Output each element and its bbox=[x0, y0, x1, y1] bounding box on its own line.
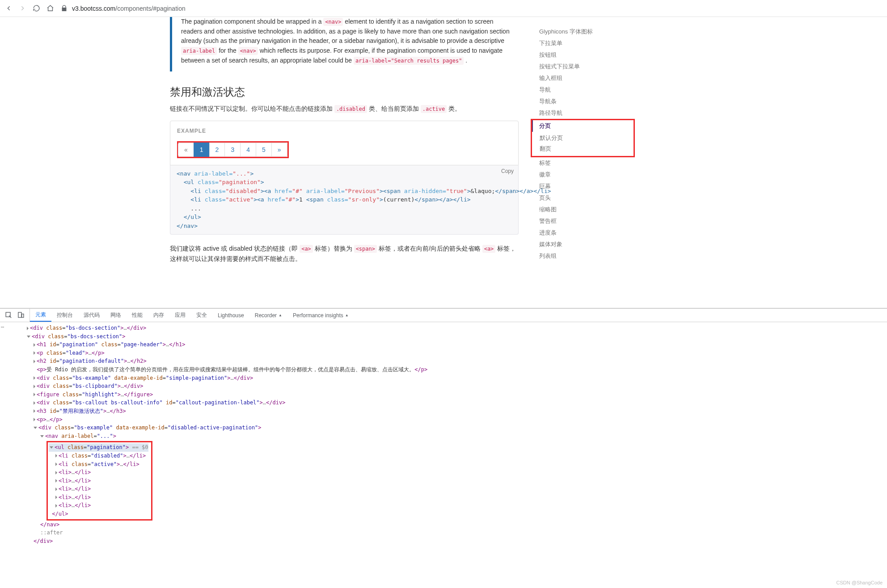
svg-rect-1 bbox=[18, 312, 21, 317]
browser-toolbar: v3.bootcss.com/components/#pagination bbox=[0, 0, 887, 17]
address-bar[interactable]: v3.bootcss.com/components/#pagination bbox=[60, 4, 883, 13]
sidenav-item[interactable]: 按钮式下拉菜单 bbox=[532, 61, 635, 72]
sidenav-item[interactable]: Glyphicons 字体图标 bbox=[532, 26, 635, 38]
devtools-tab[interactable]: 源代码 bbox=[78, 309, 105, 322]
home-icon[interactable] bbox=[46, 4, 55, 13]
code-nav: <nav> bbox=[323, 18, 343, 26]
page-link[interactable]: 3 bbox=[224, 143, 241, 157]
devtools-tab[interactable]: 控制台 bbox=[51, 309, 78, 322]
dom-highlight: <ul class="pagination"> == $0 <li class=… bbox=[46, 441, 152, 520]
overflow-dots: ⋯ bbox=[1, 324, 4, 330]
url-host: v3.bootcss.com bbox=[72, 5, 115, 12]
devtools-tab[interactable]: Recorder ▲ bbox=[249, 309, 287, 322]
page-item: 4 bbox=[241, 143, 256, 157]
sidenav-item[interactable]: 媒体对象 bbox=[532, 239, 635, 250]
selected-node: <ul class="pagination"> == $0 bbox=[49, 443, 148, 452]
devtools-tabs: 元素控制台源代码网络性能内存应用安全LighthouseRecorder ▲Pe… bbox=[0, 309, 887, 322]
sidenav-item[interactable]: 下拉菜单 bbox=[532, 38, 635, 49]
page-link[interactable]: » bbox=[271, 143, 287, 157]
sidenav-subitem[interactable]: 翻页 bbox=[539, 143, 616, 154]
code-block: Copy <nav aria-label="..."> <ul class="p… bbox=[170, 165, 519, 235]
sidenav-item[interactable]: 按钮组 bbox=[532, 49, 635, 61]
page-item: 1 bbox=[194, 143, 210, 157]
section-body: 链接在不同情况下可以定制。你可以给不能点击的链接添加 .disabled 类、给… bbox=[170, 104, 519, 113]
page-item: 3 bbox=[225, 143, 241, 157]
sidenav-item[interactable]: 进度条 bbox=[532, 227, 635, 239]
devtools: 元素控制台源代码网络性能内存应用安全LighthouseRecorder ▲Pe… bbox=[0, 308, 887, 550]
sidenav-item[interactable]: 列表组 bbox=[532, 250, 635, 262]
highlight-box: «12345» bbox=[177, 141, 289, 158]
sidenav-item[interactable]: 导航 bbox=[532, 84, 635, 96]
devtools-tab[interactable]: 网络 bbox=[105, 309, 127, 322]
section-heading: 禁用和激活状态 bbox=[170, 85, 519, 99]
sidenav-item[interactable]: 输入框组 bbox=[532, 72, 635, 84]
sidenav-item[interactable]: 路径导航 bbox=[532, 107, 635, 119]
forward-icon[interactable] bbox=[18, 4, 27, 13]
devtools-tab[interactable]: 性能 bbox=[127, 309, 148, 322]
back-icon[interactable] bbox=[4, 4, 13, 13]
sidenav-item[interactable]: 警告框 bbox=[532, 215, 635, 227]
example-label: EXAMPLE bbox=[177, 128, 206, 134]
page-link[interactable]: 1 bbox=[194, 143, 210, 157]
sidenav-item[interactable]: 徽章 bbox=[532, 169, 635, 181]
devtools-tab[interactable]: 内存 bbox=[148, 309, 169, 322]
page-item: 5 bbox=[256, 143, 272, 157]
device-icon[interactable] bbox=[17, 311, 25, 319]
inspect-icon[interactable] bbox=[4, 311, 13, 319]
side-nav: Glyphicons 字体图标下拉菜单按钮组按钮式下拉菜单输入框组导航导航条路径… bbox=[532, 26, 635, 262]
devtools-tab[interactable]: Lighthouse bbox=[212, 309, 249, 322]
url-path: /components/#pagination bbox=[115, 5, 185, 12]
callout-info: The pagination component should be wrapp… bbox=[170, 17, 519, 71]
page-link[interactable]: « bbox=[178, 143, 194, 157]
lock-icon bbox=[60, 4, 68, 13]
page-item: » bbox=[272, 143, 287, 157]
sidenav-item-active[interactable]: 分页 bbox=[532, 120, 616, 132]
devtools-tab[interactable]: 安全 bbox=[191, 309, 212, 322]
dom-tree[interactable]: ⋯ <div class="bs-docs-section">…</div> <… bbox=[0, 322, 887, 550]
page-link[interactable]: 2 bbox=[209, 143, 225, 157]
reload-icon[interactable] bbox=[32, 4, 41, 13]
copy-button[interactable]: Copy bbox=[501, 168, 514, 174]
after-paragraph: 我们建议将 active 或 disabled 状态的链接（即 <a> 标签）替… bbox=[170, 244, 519, 264]
page-link[interactable]: 5 bbox=[256, 143, 272, 157]
devtools-tab[interactable]: 应用 bbox=[169, 309, 191, 322]
devtools-tab[interactable]: Performance insights ▲ bbox=[287, 309, 354, 322]
example-box: EXAMPLE «12345» bbox=[170, 121, 519, 165]
pagination: «12345» bbox=[178, 143, 287, 157]
sidenav-item[interactable]: 缩略图 bbox=[532, 204, 635, 215]
page-item: 2 bbox=[210, 143, 225, 157]
code-aria-label: aria-label bbox=[181, 47, 217, 55]
sidenav-item[interactable]: 导航条 bbox=[532, 96, 635, 107]
code-aria-example: aria-label="Search results pages" bbox=[354, 57, 464, 65]
svg-rect-2 bbox=[22, 314, 24, 318]
sidenav-subitem[interactable]: 默认分页 bbox=[539, 133, 616, 143]
devtools-tab[interactable]: 元素 bbox=[30, 309, 51, 322]
sidenav-item[interactable]: 标签 bbox=[532, 157, 635, 169]
page-item: « bbox=[178, 143, 194, 157]
page-link[interactable]: 4 bbox=[240, 143, 256, 157]
code-content: <nav aria-label="..."> <ul class="pagina… bbox=[177, 169, 512, 231]
